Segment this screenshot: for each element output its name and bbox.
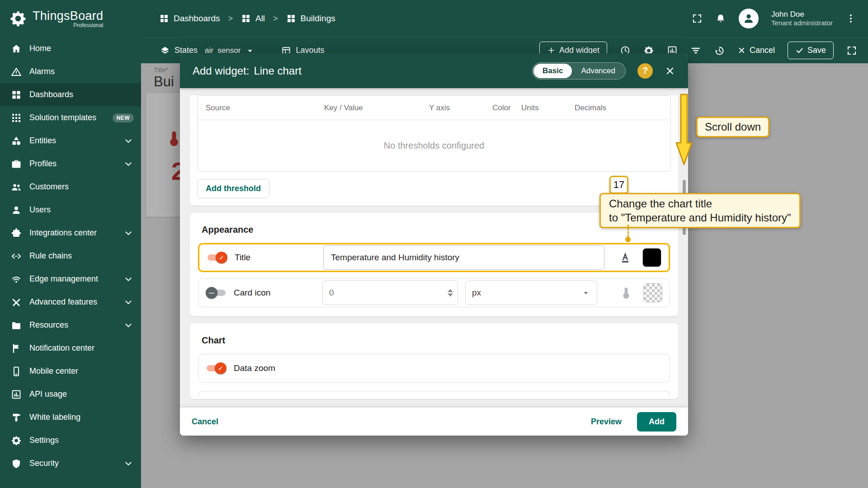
kebab-menu-icon[interactable] (845, 13, 856, 24)
dialog-preview-button[interactable]: Preview (591, 417, 622, 427)
sidebar-item-settings[interactable]: Settings (0, 429, 141, 452)
add-widget-dialog: Add widget: Line chart Basic Advanced ? … (180, 53, 688, 436)
breadcrumb-dashboards[interactable]: Dashboards (159, 14, 220, 23)
title-font-settings-button[interactable] (615, 248, 635, 267)
column-units: Units (521, 103, 575, 113)
format-text-icon (618, 251, 632, 264)
toolbar-save-label: Save (807, 46, 826, 55)
thresholds-section: Source Key / Value Y axis Color Units De… (190, 95, 678, 206)
toolbar-cancel-button[interactable]: Cancel (737, 46, 775, 55)
sidebar-item-users[interactable]: Users (0, 198, 141, 221)
thresholds-empty-message: No thresholds configured (198, 120, 670, 171)
top-header: Dashboards > All > Buildings John Doe Te… (141, 0, 868, 37)
close-icon[interactable] (665, 66, 675, 76)
thresholds-table-header: Source Key / Value Y axis Color Units De… (198, 96, 670, 120)
fullscreen-icon[interactable] (692, 13, 703, 24)
integrations-icon (11, 228, 22, 239)
data-zoom-setting-row: ✓ Data zoom (198, 354, 670, 383)
sidebar-item-label: Profiles (29, 159, 115, 169)
profiles-icon (11, 159, 22, 169)
user-name: John Doe (771, 9, 833, 19)
icon-size-unit-select[interactable]: px (465, 281, 597, 305)
sidebar-item-white-labeling[interactable]: White labeling (0, 406, 141, 429)
breadcrumb-buildings[interactable]: Buildings (286, 14, 335, 23)
sidebar-item-label: Integrations center (29, 228, 115, 238)
sidebar-item-resources[interactable]: Resources (0, 314, 141, 337)
sidebar-item-security[interactable]: Security (0, 452, 141, 475)
toggle-check-glyph: ✓ (216, 252, 227, 263)
tab-basic[interactable]: Basic (533, 64, 572, 78)
dashboards-icon (11, 89, 22, 100)
instruction-tooltip: Change the chart title to "Temperature a… (599, 193, 801, 228)
sidebar-item-mobile-center[interactable]: Mobile center (0, 360, 141, 383)
solution-templates-icon (11, 113, 22, 123)
rule-chains-icon (11, 251, 22, 262)
stepper-down-icon[interactable] (448, 294, 453, 297)
icon-color-swatch-transparent[interactable] (643, 283, 662, 302)
breadcrumb-separator: > (228, 14, 233, 23)
sidebar-item-label: Home (29, 44, 134, 53)
chevron-down-icon (123, 136, 134, 146)
sidebar-item-label: Resources (29, 320, 115, 330)
settings-icon (11, 435, 22, 446)
users-icon (11, 205, 22, 216)
sidebar-item-api-usage[interactable]: API usage (0, 383, 141, 406)
instruction-line-2: to "Temperature and Humidity history" (609, 211, 791, 225)
sidebar-item-label: Advanced features (29, 297, 115, 307)
sidebar-item-label: Rule chains (29, 251, 134, 261)
title-color-swatch[interactable] (642, 248, 661, 267)
annotation-connector-line (627, 225, 629, 237)
sidebar-item-alarms[interactable]: Alarms (0, 60, 141, 83)
sidebar-item-label: Mobile center (29, 366, 134, 376)
card-icon-setting-row: — Card icon px (198, 278, 670, 307)
breadcrumb-all[interactable]: All (241, 14, 265, 23)
sidebar-item-solution-templates[interactable]: Solution templatesNEW (0, 106, 141, 129)
column-key-value: Key / Value (324, 103, 429, 113)
card-icon-picker-button[interactable] (616, 283, 636, 303)
sidebar-item-advanced-features[interactable]: Advanced features (0, 291, 141, 314)
sidebar-item-home[interactable]: Home (0, 37, 141, 60)
chevron-down-icon (123, 297, 134, 308)
sidebar-item-entities[interactable]: Entities (0, 129, 141, 152)
next-setting-row-partial (198, 391, 670, 397)
version-history-icon[interactable] (714, 45, 725, 56)
data-zoom-toggle[interactable]: ✓ (206, 363, 226, 374)
number-stepper[interactable] (448, 289, 453, 297)
dialog-add-button[interactable]: Add (637, 412, 676, 432)
sidebar-item-profiles[interactable]: Profiles (0, 152, 141, 175)
dashboards-icon (159, 14, 169, 23)
fullscreen-icon[interactable] (846, 45, 857, 56)
title-toggle[interactable]: ✓ (207, 252, 227, 263)
notifications-bell-icon[interactable] (715, 13, 726, 24)
mobile-icon (11, 366, 22, 377)
user-menu[interactable]: John Doe Tenant administrator (771, 9, 833, 28)
column-color: Color (492, 103, 521, 113)
chart-title-input[interactable] (323, 245, 604, 270)
help-button[interactable]: ? (637, 63, 653, 79)
sidebar-item-label: Notification center (29, 343, 134, 353)
dialog-body: Source Key / Value Y axis Color Units De… (180, 88, 688, 408)
avatar[interactable] (739, 9, 759, 28)
sidebar-item-integrations-center[interactable]: Integrations center (0, 221, 141, 244)
user-role: Tenant administrator (771, 19, 833, 28)
tab-advanced[interactable]: Advanced (572, 66, 624, 75)
card-icon-toggle[interactable]: — (206, 287, 226, 298)
icon-size-input-wrap (322, 281, 458, 305)
edge-icon (11, 274, 22, 285)
filters-icon[interactable] (690, 45, 701, 56)
sidebar-item-edge-management[interactable]: Edge management (0, 267, 141, 291)
toolbar-save-button[interactable]: Save (788, 42, 834, 59)
sidebar-item-rule-chains[interactable]: Rule chains (0, 244, 141, 267)
sidebar-item-label: Customers (29, 182, 134, 192)
home-icon (11, 43, 22, 54)
brand-logo[interactable]: ThingsBoard Professional (0, 0, 141, 37)
breadcrumb-label: Dashboards (174, 14, 220, 23)
sidebar-item-dashboards[interactable]: Dashboards (0, 83, 141, 106)
sidebar-item-label: Alarms (29, 67, 134, 76)
add-threshold-button[interactable]: Add threshold (197, 179, 269, 198)
sidebar-item-notification-center[interactable]: Notification center (0, 337, 141, 360)
toolbar-cancel-label: Cancel (750, 46, 775, 55)
sidebar-item-customers[interactable]: Customers (0, 175, 141, 198)
stepper-up-icon[interactable] (448, 289, 453, 292)
dialog-cancel-button[interactable]: Cancel (192, 417, 218, 427)
